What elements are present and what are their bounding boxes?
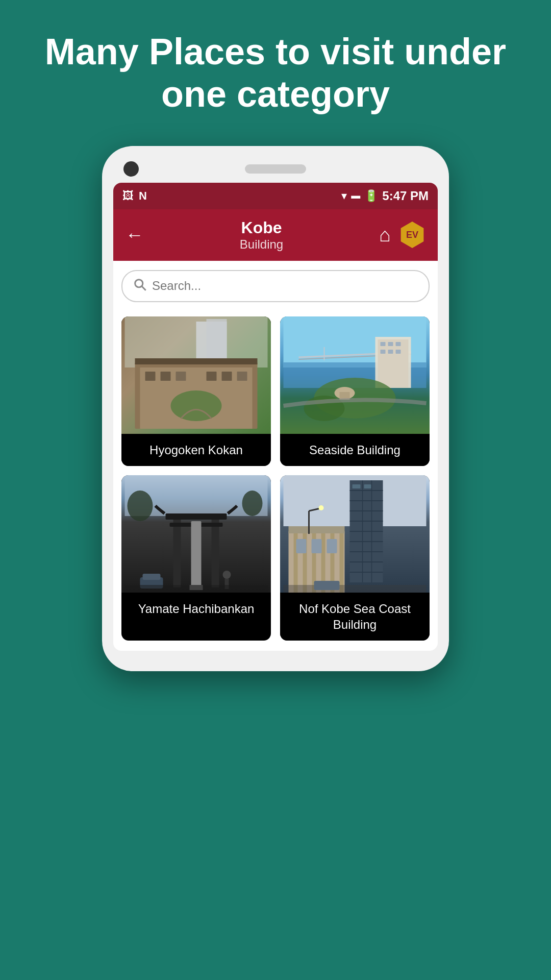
svg-point-34: [128, 491, 153, 521]
place-image-seaside: [280, 316, 430, 434]
search-container: [113, 261, 438, 311]
svg-point-42: [223, 571, 231, 579]
svg-rect-63: [289, 526, 345, 533]
svg-rect-69: [340, 533, 344, 593]
image-status-icon: 🖼: [122, 189, 134, 203]
svg-rect-46: [125, 585, 268, 593]
svg-rect-70: [296, 539, 307, 553]
phone-screen: 🖼 N ▾ ▬ 🔋 5:47 PM ← Kobe Building ⌂ EV: [113, 183, 438, 651]
svg-rect-60: [353, 484, 361, 488]
place-card-nof-kobe[interactable]: Nof Kobe Sea Coast Building: [280, 475, 430, 641]
places-grid: Hyogoken Kokan: [113, 311, 438, 651]
status-time: 5:47 PM: [382, 189, 429, 203]
header-city: Kobe: [144, 218, 379, 237]
svg-rect-38: [166, 513, 227, 520]
status-bar: 🖼 N ▾ ▬ 🔋 5:47 PM: [113, 183, 438, 209]
svg-rect-23: [381, 342, 386, 346]
svg-rect-12: [222, 372, 232, 381]
svg-rect-11: [207, 372, 217, 381]
svg-rect-25: [396, 342, 401, 346]
place-image-yamate: [121, 475, 271, 593]
phone-top-bar: [113, 161, 438, 183]
svg-point-75: [319, 505, 324, 510]
svg-rect-40: [191, 521, 202, 587]
svg-point-35: [242, 491, 263, 516]
ev-badge[interactable]: EV: [399, 222, 425, 248]
place-label-seaside: Seaside Building: [280, 434, 430, 466]
svg-rect-71: [312, 539, 322, 553]
svg-point-14: [171, 390, 222, 421]
header-action-icons: ⌂ EV: [379, 222, 425, 248]
place-label-hyogoken: Hyogoken Kokan: [121, 434, 271, 466]
app-header: ← Kobe Building ⌂ EV: [113, 209, 438, 261]
svg-line-1: [142, 286, 146, 290]
svg-rect-28: [396, 350, 401, 354]
speaker-grille: [245, 164, 306, 174]
home-button[interactable]: ⌂: [379, 224, 391, 246]
n-status-icon: N: [139, 189, 147, 203]
svg-rect-72: [327, 539, 337, 553]
header-category: Building: [144, 237, 379, 252]
svg-rect-26: [381, 350, 386, 354]
place-label-yamate: Yamate Hachibankan: [121, 593, 271, 625]
sim-icon: ▬: [351, 190, 360, 201]
status-right-area: ▾ ▬ 🔋 5:47 PM: [341, 189, 429, 203]
back-button[interactable]: ←: [126, 224, 144, 246]
place-image-hyogoken: [121, 316, 271, 434]
page-headline: Many Places to visit under one category: [0, 31, 551, 115]
svg-rect-22: [378, 339, 409, 388]
status-left-icons: 🖼 N: [122, 189, 147, 203]
place-card-hyogoken-kokan[interactable]: Hyogoken Kokan: [121, 316, 271, 466]
front-camera: [123, 161, 139, 177]
header-title-block: Kobe Building: [144, 218, 379, 252]
wifi-icon: ▾: [341, 189, 347, 203]
svg-rect-13: [237, 372, 247, 381]
phone-frame: 🖼 N ▾ ▬ 🔋 5:47 PM ← Kobe Building ⌂ EV: [102, 146, 449, 672]
place-card-seaside-building[interactable]: Seaside Building: [280, 316, 430, 466]
svg-rect-8: [145, 372, 156, 381]
place-card-yamate-hachibankan[interactable]: Yamate Hachibankan: [121, 475, 271, 641]
search-icon: [133, 277, 147, 295]
place-label-nof: Nof Kobe Sea Coast Building: [280, 593, 430, 641]
svg-rect-77: [314, 581, 340, 590]
svg-rect-27: [388, 350, 393, 354]
svg-rect-24: [388, 342, 393, 346]
svg-rect-61: [364, 484, 371, 488]
svg-rect-76: [284, 585, 427, 593]
svg-point-0: [135, 279, 143, 287]
search-box: [121, 270, 430, 302]
place-image-nof: [280, 475, 430, 593]
search-input[interactable]: [152, 279, 418, 293]
battery-icon: 🔋: [364, 189, 378, 203]
svg-rect-45: [143, 574, 161, 580]
svg-rect-7: [135, 358, 258, 364]
svg-rect-10: [176, 372, 186, 381]
svg-rect-9: [161, 372, 171, 381]
